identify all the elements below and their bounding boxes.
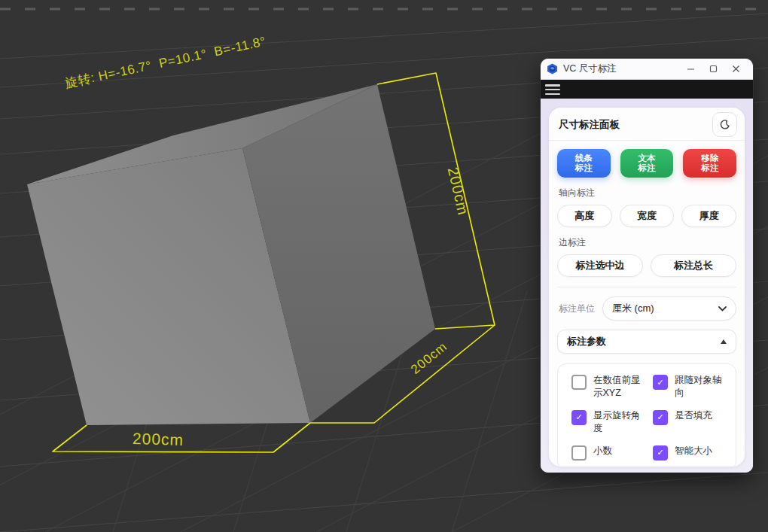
checkbox-prefix-xyz[interactable]: ✓ 在数值前显示XYZ — [571, 374, 648, 400]
moon-icon — [719, 119, 730, 130]
line-annotation-label-1: 线条 — [575, 154, 593, 163]
minimize-button[interactable] — [679, 61, 702, 77]
window-title: VC 尺寸标注 — [563, 62, 679, 75]
unit-select[interactable]: 厘米 (cm) — [602, 296, 736, 321]
checkbox-show-rotation-angle[interactable]: ✓ 显示旋转角度 — [571, 409, 648, 435]
checkbox-box: ✓ — [571, 410, 587, 425]
thickness-button[interactable]: 厚度 — [681, 205, 736, 227]
close-button[interactable] — [724, 61, 747, 77]
checkbox-box: ✓ — [571, 445, 587, 461]
params-checkbox-group: ✓ 在数值前显示XYZ ✓ 跟随对象轴向 ✓ 显示旋转角度 ✓ 是否填充 — [557, 363, 736, 467]
line-annotation-label-2: 标注 — [575, 163, 593, 173]
panel-header: 尺寸标注面板 — [549, 108, 745, 141]
axis-buttons: 高度 宽度 厚度 — [549, 205, 745, 227]
tool-window: VC 尺寸标注 尺寸标注面板 — [541, 59, 753, 473]
checkbox-box: ✓ — [653, 410, 668, 425]
annotation-actions: 线条 标注 文本 标注 移除 标注 — [549, 141, 745, 178]
panel-card: 尺寸标注面板 线条 标注 文本 标注 — [549, 108, 745, 467]
width-button[interactable]: 宽度 — [620, 205, 675, 227]
text-annotation-label-1: 文本 — [638, 154, 656, 163]
chevron-down-icon — [718, 306, 727, 312]
axis-section-label: 轴向标注 — [559, 187, 745, 199]
params-collapse-header[interactable]: 标注参数 — [557, 330, 736, 354]
remove-annotation-label-1: 移除 — [701, 154, 718, 163]
window-titlebar[interactable]: VC 尺寸标注 — [541, 59, 753, 80]
width-dimension-label: 200cm — [133, 430, 184, 449]
unit-select-value: 厘米 (cm) — [612, 302, 718, 315]
app-root: 旋转: H=-16.7° P=10.1° B=-11.8° 200cm 200c… — [0, 0, 768, 532]
checkbox-follow-object-axis[interactable]: ✓ 跟随对象轴向 — [653, 374, 730, 400]
checkbox-label: 是否填充 — [675, 409, 712, 422]
cube — [27, 84, 435, 425]
checkbox-label: 跟随对象轴向 — [675, 374, 730, 400]
app-logo-icon — [547, 63, 558, 74]
panel-title: 尺寸标注面板 — [559, 118, 620, 132]
window-menubar — [541, 80, 753, 99]
maximize-button[interactable] — [702, 61, 724, 77]
unit-row: 标注单位 厘米 (cm) — [549, 287, 745, 321]
edge-section-label: 边标注 — [559, 236, 745, 249]
annotate-selected-edge-button[interactable]: 标注选中边 — [557, 254, 643, 277]
menu-icon[interactable] — [545, 84, 560, 95]
theme-toggle-button[interactable] — [712, 112, 737, 137]
edge-buttons: 标注选中边 标注总长 — [549, 254, 745, 277]
checkbox-box: ✓ — [653, 375, 668, 390]
checkbox-decimal[interactable]: ✓ 小数 — [571, 445, 648, 461]
caret-up-icon — [721, 339, 727, 344]
height-button[interactable]: 高度 — [557, 205, 612, 227]
checkbox-label: 显示旋转角度 — [593, 409, 648, 435]
panel-content: 尺寸标注面板 线条 标注 文本 标注 — [541, 99, 753, 473]
checkbox-label: 在数值前显示XYZ — [593, 374, 648, 400]
remove-annotation-label-2: 标注 — [701, 163, 718, 173]
annotate-total-length-button[interactable]: 标注总长 — [651, 254, 736, 277]
checkbox-smart-size[interactable]: ✓ 智能大小 — [653, 445, 730, 461]
checkbox-box: ✓ — [653, 445, 668, 461]
checkbox-label: 智能大小 — [675, 445, 712, 458]
unit-label: 标注单位 — [559, 302, 595, 315]
line-annotation-button[interactable]: 线条 标注 — [557, 149, 611, 178]
text-annotation-label-2: 标注 — [638, 163, 656, 173]
checkbox-fill[interactable]: ✓ 是否填充 — [653, 409, 730, 435]
checkbox-box: ✓ — [571, 375, 587, 390]
checkbox-label: 小数 — [593, 445, 612, 458]
remove-annotation-button[interactable]: 移除 标注 — [683, 149, 736, 178]
text-annotation-button[interactable]: 文本 标注 — [620, 149, 674, 178]
params-label: 标注参数 — [567, 335, 721, 348]
